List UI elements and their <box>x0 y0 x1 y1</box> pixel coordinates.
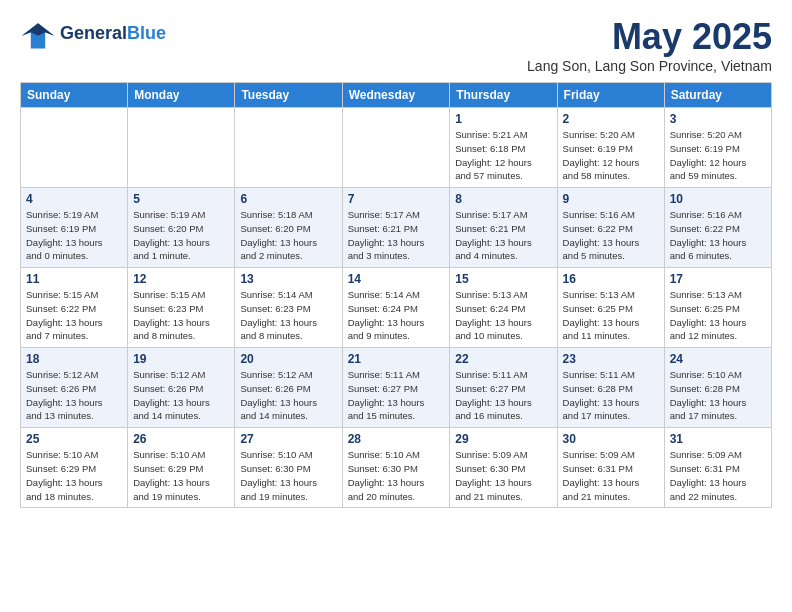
day-number: 4 <box>26 192 122 206</box>
calendar-week-2: 4Sunrise: 5:19 AMSunset: 6:19 PMDaylight… <box>21 188 772 268</box>
logo-text: GeneralBlue <box>60 24 166 44</box>
day-number: 19 <box>133 352 229 366</box>
day-number: 22 <box>455 352 551 366</box>
calendar-day-28: 28Sunrise: 5:10 AMSunset: 6:30 PMDayligh… <box>342 428 450 508</box>
day-info: Sunrise: 5:09 AMSunset: 6:31 PMDaylight:… <box>563 448 659 503</box>
calendar-day-31: 31Sunrise: 5:09 AMSunset: 6:31 PMDayligh… <box>664 428 771 508</box>
day-info: Sunrise: 5:09 AMSunset: 6:30 PMDaylight:… <box>455 448 551 503</box>
calendar-day-8: 8Sunrise: 5:17 AMSunset: 6:21 PMDaylight… <box>450 188 557 268</box>
day-number: 12 <box>133 272 229 286</box>
weekday-header-thursday: Thursday <box>450 83 557 108</box>
day-info: Sunrise: 5:16 AMSunset: 6:22 PMDaylight:… <box>563 208 659 263</box>
weekday-header-wednesday: Wednesday <box>342 83 450 108</box>
day-number: 27 <box>240 432 336 446</box>
calendar-day-20: 20Sunrise: 5:12 AMSunset: 6:26 PMDayligh… <box>235 348 342 428</box>
day-info: Sunrise: 5:20 AMSunset: 6:19 PMDaylight:… <box>563 128 659 183</box>
day-number: 25 <box>26 432 122 446</box>
calendar-empty-cell <box>235 108 342 188</box>
calendar-day-30: 30Sunrise: 5:09 AMSunset: 6:31 PMDayligh… <box>557 428 664 508</box>
day-info: Sunrise: 5:13 AMSunset: 6:24 PMDaylight:… <box>455 288 551 343</box>
day-info: Sunrise: 5:11 AMSunset: 6:28 PMDaylight:… <box>563 368 659 423</box>
calendar-week-4: 18Sunrise: 5:12 AMSunset: 6:26 PMDayligh… <box>21 348 772 428</box>
weekday-header-monday: Monday <box>128 83 235 108</box>
day-number: 11 <box>26 272 122 286</box>
day-number: 2 <box>563 112 659 126</box>
calendar-day-11: 11Sunrise: 5:15 AMSunset: 6:22 PMDayligh… <box>21 268 128 348</box>
calendar-empty-cell <box>128 108 235 188</box>
day-info: Sunrise: 5:21 AMSunset: 6:18 PMDaylight:… <box>455 128 551 183</box>
day-info: Sunrise: 5:20 AMSunset: 6:19 PMDaylight:… <box>670 128 766 183</box>
day-number: 29 <box>455 432 551 446</box>
day-info: Sunrise: 5:13 AMSunset: 6:25 PMDaylight:… <box>563 288 659 343</box>
day-info: Sunrise: 5:16 AMSunset: 6:22 PMDaylight:… <box>670 208 766 263</box>
day-number: 15 <box>455 272 551 286</box>
calendar-day-10: 10Sunrise: 5:16 AMSunset: 6:22 PMDayligh… <box>664 188 771 268</box>
day-number: 3 <box>670 112 766 126</box>
calendar-empty-cell <box>342 108 450 188</box>
weekday-header-friday: Friday <box>557 83 664 108</box>
calendar-day-29: 29Sunrise: 5:09 AMSunset: 6:30 PMDayligh… <box>450 428 557 508</box>
day-number: 21 <box>348 352 445 366</box>
day-number: 24 <box>670 352 766 366</box>
day-number: 1 <box>455 112 551 126</box>
calendar-day-27: 27Sunrise: 5:10 AMSunset: 6:30 PMDayligh… <box>235 428 342 508</box>
day-info: Sunrise: 5:12 AMSunset: 6:26 PMDaylight:… <box>26 368 122 423</box>
calendar-day-3: 3Sunrise: 5:20 AMSunset: 6:19 PMDaylight… <box>664 108 771 188</box>
calendar-day-4: 4Sunrise: 5:19 AMSunset: 6:19 PMDaylight… <box>21 188 128 268</box>
day-info: Sunrise: 5:14 AMSunset: 6:24 PMDaylight:… <box>348 288 445 343</box>
calendar-day-9: 9Sunrise: 5:16 AMSunset: 6:22 PMDaylight… <box>557 188 664 268</box>
calendar-day-16: 16Sunrise: 5:13 AMSunset: 6:25 PMDayligh… <box>557 268 664 348</box>
day-number: 26 <box>133 432 229 446</box>
calendar-day-24: 24Sunrise: 5:10 AMSunset: 6:28 PMDayligh… <box>664 348 771 428</box>
day-number: 28 <box>348 432 445 446</box>
day-number: 13 <box>240 272 336 286</box>
calendar-empty-cell <box>21 108 128 188</box>
calendar-day-1: 1Sunrise: 5:21 AMSunset: 6:18 PMDaylight… <box>450 108 557 188</box>
month-title: May 2025 <box>527 16 772 58</box>
calendar-day-25: 25Sunrise: 5:10 AMSunset: 6:29 PMDayligh… <box>21 428 128 508</box>
day-number: 31 <box>670 432 766 446</box>
page-header: GeneralBlue May 2025 Lang Son, Lang Son … <box>20 16 772 74</box>
day-number: 23 <box>563 352 659 366</box>
day-number: 17 <box>670 272 766 286</box>
day-info: Sunrise: 5:15 AMSunset: 6:23 PMDaylight:… <box>133 288 229 343</box>
day-info: Sunrise: 5:10 AMSunset: 6:30 PMDaylight:… <box>348 448 445 503</box>
day-info: Sunrise: 5:10 AMSunset: 6:29 PMDaylight:… <box>26 448 122 503</box>
day-info: Sunrise: 5:17 AMSunset: 6:21 PMDaylight:… <box>348 208 445 263</box>
location-title: Lang Son, Lang Son Province, Vietnam <box>527 58 772 74</box>
day-info: Sunrise: 5:11 AMSunset: 6:27 PMDaylight:… <box>348 368 445 423</box>
weekday-header-tuesday: Tuesday <box>235 83 342 108</box>
calendar-week-5: 25Sunrise: 5:10 AMSunset: 6:29 PMDayligh… <box>21 428 772 508</box>
day-number: 16 <box>563 272 659 286</box>
calendar-day-15: 15Sunrise: 5:13 AMSunset: 6:24 PMDayligh… <box>450 268 557 348</box>
day-number: 14 <box>348 272 445 286</box>
calendar-day-26: 26Sunrise: 5:10 AMSunset: 6:29 PMDayligh… <box>128 428 235 508</box>
day-info: Sunrise: 5:19 AMSunset: 6:19 PMDaylight:… <box>26 208 122 263</box>
weekday-header-saturday: Saturday <box>664 83 771 108</box>
calendar-week-1: 1Sunrise: 5:21 AMSunset: 6:18 PMDaylight… <box>21 108 772 188</box>
day-number: 30 <box>563 432 659 446</box>
calendar-day-2: 2Sunrise: 5:20 AMSunset: 6:19 PMDaylight… <box>557 108 664 188</box>
day-info: Sunrise: 5:18 AMSunset: 6:20 PMDaylight:… <box>240 208 336 263</box>
day-number: 6 <box>240 192 336 206</box>
calendar-day-23: 23Sunrise: 5:11 AMSunset: 6:28 PMDayligh… <box>557 348 664 428</box>
day-info: Sunrise: 5:09 AMSunset: 6:31 PMDaylight:… <box>670 448 766 503</box>
day-number: 18 <box>26 352 122 366</box>
title-block: May 2025 Lang Son, Lang Son Province, Vi… <box>527 16 772 74</box>
weekday-header-sunday: Sunday <box>21 83 128 108</box>
day-info: Sunrise: 5:10 AMSunset: 6:28 PMDaylight:… <box>670 368 766 423</box>
day-number: 7 <box>348 192 445 206</box>
calendar-day-6: 6Sunrise: 5:18 AMSunset: 6:20 PMDaylight… <box>235 188 342 268</box>
day-info: Sunrise: 5:12 AMSunset: 6:26 PMDaylight:… <box>133 368 229 423</box>
logo-icon <box>20 16 56 52</box>
calendar-day-22: 22Sunrise: 5:11 AMSunset: 6:27 PMDayligh… <box>450 348 557 428</box>
day-number: 5 <box>133 192 229 206</box>
calendar-table: SundayMondayTuesdayWednesdayThursdayFrid… <box>20 82 772 508</box>
day-info: Sunrise: 5:10 AMSunset: 6:30 PMDaylight:… <box>240 448 336 503</box>
day-number: 20 <box>240 352 336 366</box>
calendar-day-19: 19Sunrise: 5:12 AMSunset: 6:26 PMDayligh… <box>128 348 235 428</box>
calendar-day-7: 7Sunrise: 5:17 AMSunset: 6:21 PMDaylight… <box>342 188 450 268</box>
calendar-day-13: 13Sunrise: 5:14 AMSunset: 6:23 PMDayligh… <box>235 268 342 348</box>
day-number: 9 <box>563 192 659 206</box>
day-info: Sunrise: 5:13 AMSunset: 6:25 PMDaylight:… <box>670 288 766 343</box>
